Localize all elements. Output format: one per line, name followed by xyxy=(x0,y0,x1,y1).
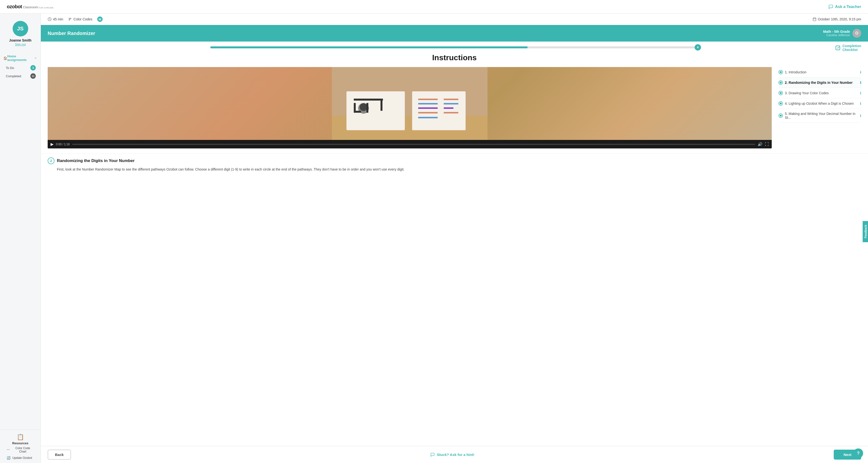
sidebar-item-completed[interactable]: Completed 11 xyxy=(0,72,41,80)
svg-rect-26 xyxy=(444,112,458,113)
play-button[interactable]: ▶ xyxy=(51,142,54,146)
activity-section: 2 Randomizing the Digits in Your Number … xyxy=(41,153,868,177)
color-code-label: Color Code Chart xyxy=(12,447,34,453)
checklist-icon xyxy=(835,45,840,51)
logo-for-chrome-text: FOR CHROME xyxy=(39,6,54,9)
completion-checklist-button[interactable]: Completion Checklist xyxy=(835,44,861,52)
instructions-heading: Instructions xyxy=(41,53,868,62)
logo: ozobot Classroom FOR CHROME xyxy=(7,4,54,9)
user-name: Joanne Smith xyxy=(9,38,32,42)
lesson-title: Number Randomizer xyxy=(48,31,95,36)
ask-teacher-label: Ask a Teacher xyxy=(835,5,861,9)
step-label-2: 2. Randomizing the Digits in Your Number xyxy=(785,81,853,85)
ask-teacher-button[interactable]: Ask a Teacher xyxy=(828,4,861,9)
step-label-4: 4. Lighting up Ozobot When a Digit is Ch… xyxy=(785,102,854,105)
step-item-4[interactable]: 4. Lighting up Ozobot When a Digit is Ch… xyxy=(778,98,861,109)
class-info: Math - 5th Grade Caroline Jefferson O xyxy=(823,29,861,38)
video-progress-bar[interactable] xyxy=(72,144,755,145)
color-code-chart-link[interactable]: 〰 Color Code Chart xyxy=(3,445,37,455)
svg-rect-9 xyxy=(412,91,466,130)
video-controls: ▶ 0:00 / 1:18 🔊 ⛶ xyxy=(48,140,772,148)
back-button[interactable]: Back xyxy=(48,450,71,460)
chevron-up-icon xyxy=(34,56,37,60)
step-info-icon-4[interactable]: ℹ xyxy=(860,102,861,105)
codes-icon xyxy=(68,17,72,21)
duration-item: 45 min xyxy=(48,17,63,21)
svg-rect-21 xyxy=(418,112,438,113)
step-item-2[interactable]: 2. Randomizing the Digits in Your Number… xyxy=(778,77,861,88)
volume-button[interactable]: 🔊 xyxy=(757,142,763,146)
lesson-content: 4 Completion Checklist Instructions xyxy=(41,41,868,446)
category-value: Color Codes xyxy=(73,17,92,21)
step-circle-5 xyxy=(778,113,783,118)
logo-classroom-text: Classroom xyxy=(23,5,38,9)
svg-rect-5 xyxy=(836,46,840,50)
step-item-3[interactable]: 3. Drawing Your Color Codes ℹ xyxy=(778,88,861,98)
steps-col: 1. Introduction ℹ 2. Randomizing the Dig… xyxy=(778,67,861,148)
update-icon: 🔄 xyxy=(7,456,10,460)
progress-fill xyxy=(210,46,528,48)
update-label: Update Ozobot xyxy=(12,456,32,460)
svg-rect-22 xyxy=(418,117,438,118)
completed-label: Completed xyxy=(6,74,21,78)
lesson-date: October 10th, 2020, 9:15 pm xyxy=(812,17,861,21)
class-name: Math - 5th Grade xyxy=(823,30,850,34)
class-teacher: Caroline Jefferson xyxy=(823,34,850,37)
feedback-tab[interactable]: Feedback xyxy=(862,221,868,242)
svg-rect-14 xyxy=(366,103,368,113)
activity-title-row: 2 Randomizing the Digits in Your Number xyxy=(48,157,861,164)
hint-label: Stuck? Ask for a hint! xyxy=(437,453,474,457)
logo-ozobot-text: ozobot xyxy=(7,4,22,9)
svg-rect-1 xyxy=(813,18,816,21)
video-container[interactable]: ▶ 0:00 / 1:18 🔊 ⛶ xyxy=(48,67,772,148)
lesson-meta-left: 45 min Color Codes M xyxy=(48,16,103,22)
fullscreen-button[interactable]: ⛶ xyxy=(765,142,769,146)
activity-number: 2 xyxy=(48,157,55,164)
category-item: Color Codes xyxy=(68,17,92,21)
svg-rect-17 xyxy=(380,99,382,111)
svg-rect-18 xyxy=(418,99,438,100)
svg-point-11 xyxy=(360,103,367,111)
sign-out-button[interactable]: Sign out xyxy=(15,43,26,46)
step-item-5[interactable]: 5. Making and Writing Your Decimal Numbe… xyxy=(778,109,861,123)
hint-chat-icon xyxy=(430,453,435,457)
home-assignments-header[interactable]: 🏠 Home assignments xyxy=(0,53,41,64)
meta-badge: M xyxy=(97,16,103,22)
svg-rect-20 xyxy=(418,107,438,109)
lesson-title-bar: Number Randomizer Math - 5th Grade Carol… xyxy=(41,25,868,41)
step-info-icon-5[interactable]: ℹ xyxy=(860,114,861,118)
resources-section: 📋 Resources 〰 Color Code Chart 🔄 Update … xyxy=(0,429,41,463)
help-button[interactable]: ? xyxy=(854,449,863,458)
todo-label: To Do xyxy=(6,66,14,70)
update-ozobot-link[interactable]: 🔄 Update Ozobot xyxy=(3,455,37,461)
step-label-1: 1. Introduction xyxy=(785,70,806,74)
sidebar: JS Joanne Smith Sign out 🏠 Home assignme… xyxy=(0,13,41,463)
hint-button[interactable]: Stuck? Ask for a hint! xyxy=(430,453,474,457)
resources-label: Resources xyxy=(3,441,37,445)
user-section: JS Joanne Smith Sign out xyxy=(0,19,41,50)
step-circle-4 xyxy=(778,101,783,106)
duration-value: 45 min xyxy=(53,17,63,21)
completion-checklist-label: Completion Checklist xyxy=(842,44,861,52)
activity-description: First, look at the Number Randomizer Map… xyxy=(57,167,861,172)
step-info-icon-2[interactable]: ℹ xyxy=(860,81,861,85)
step-info-icon-1[interactable]: ℹ xyxy=(860,70,861,74)
clock-icon xyxy=(48,17,52,21)
svg-rect-23 xyxy=(444,99,458,100)
video-scene xyxy=(48,67,772,140)
sidebar-item-todo[interactable]: To Do 3 xyxy=(0,64,41,72)
main-layout: JS Joanne Smith Sign out 🏠 Home assignme… xyxy=(0,13,868,463)
content-area: 45 min Color Codes M October 10th, 2020,… xyxy=(41,13,868,463)
step-item-1[interactable]: 1. Introduction ℹ xyxy=(778,67,861,77)
top-nav: ozobot Classroom FOR CHROME Ask a Teache… xyxy=(0,0,868,13)
video-col: ▶ 0:00 / 1:18 🔊 ⛶ xyxy=(48,67,772,148)
step-info-icon-3[interactable]: ℹ xyxy=(860,91,861,95)
svg-rect-24 xyxy=(444,103,458,104)
todo-badge: 3 xyxy=(30,65,36,70)
progress-track: 4 xyxy=(210,46,699,48)
color-code-icon: 〰 xyxy=(7,448,10,452)
class-text: Math - 5th Grade Caroline Jefferson xyxy=(823,30,850,37)
home-assignments-label: Home assignments xyxy=(7,55,34,62)
chat-icon xyxy=(828,4,833,9)
video-time: 0:00 / 1:18 xyxy=(56,142,70,146)
